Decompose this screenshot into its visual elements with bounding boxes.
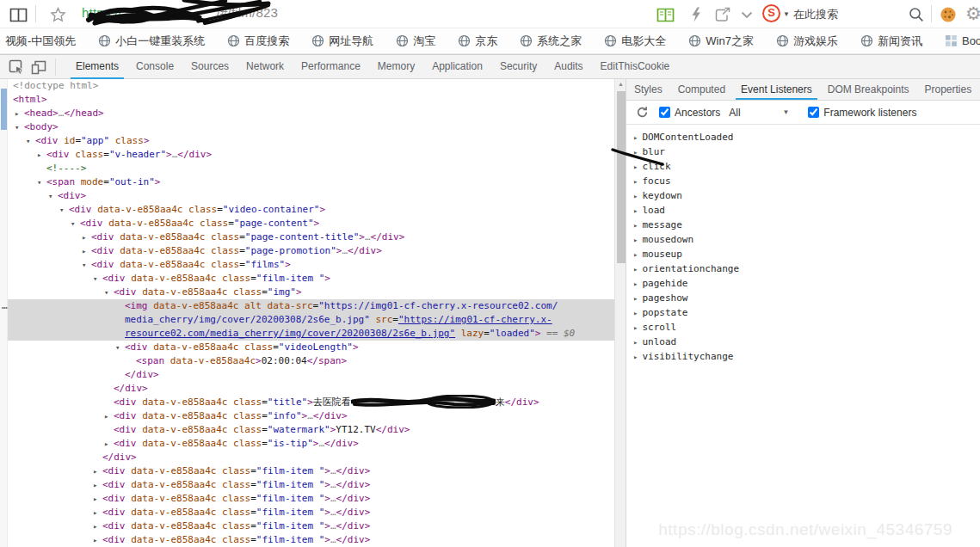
bookmark-item[interactable]: Win7之家: [688, 34, 754, 49]
expand-closed-icon[interactable]: ▸: [633, 206, 638, 215]
expand-closed-icon[interactable]: ▸: [633, 338, 638, 347]
expand-closed-icon[interactable]: ▸: [633, 148, 638, 157]
dom-node-row[interactable]: </div>: [0, 368, 614, 382]
gear-icon[interactable]: ⚙: [965, 3, 980, 24]
expand-closed-icon[interactable]: ▸: [37, 148, 41, 162]
dom-node-row[interactable]: ▸<head>…</head>: [0, 107, 614, 120]
dom-node-selected[interactable]: resource02.com/media_cherry/img/cover/20…: [0, 327, 614, 341]
expand-closed-icon[interactable]: ▸: [93, 464, 97, 478]
expand-closed-icon[interactable]: ▸: [633, 353, 638, 361]
cookie-extension-icon[interactable]: [938, 4, 958, 25]
expand-closed-icon[interactable]: ▸: [93, 519, 97, 533]
expand-closed-icon[interactable]: ▸: [93, 533, 97, 547]
expand-closed-icon[interactable]: ▸: [15, 107, 19, 120]
expand-open-icon[interactable]: ▾: [15, 120, 19, 134]
reader-mode-book-icon[interactable]: [655, 4, 675, 25]
expand-closed-icon[interactable]: ▸: [82, 244, 86, 258]
expand-closed-icon[interactable]: ▸: [633, 236, 638, 244]
devtools-tab-editthiscookie[interactable]: EditThisCookie: [592, 55, 679, 79]
ancestors-checkbox[interactable]: [659, 107, 670, 118]
devtools-tab-network[interactable]: Network: [237, 55, 293, 79]
framework-listeners-checkbox[interactable]: [808, 107, 819, 118]
reading-list-book-icon[interactable]: [8, 4, 28, 25]
favorite-star-icon[interactable]: [47, 4, 68, 25]
dom-node-row[interactable]: ▸<div data-v-e858aa4c class="page-conten…: [0, 230, 614, 244]
dom-node-row[interactable]: ▾<body>: [0, 120, 614, 134]
event-listener-visibilitychange[interactable]: ▸visibilitychange: [626, 349, 980, 364]
dom-node-row[interactable]: ▾<div>: [0, 189, 614, 203]
dom-node-row[interactable]: ▾<div data-v-e858aa4c class="videoLength…: [0, 341, 614, 354]
dom-node-row[interactable]: ▸<div class="v-header">…</div>: [0, 148, 614, 162]
expand-closed-icon[interactable]: ▸: [633, 265, 638, 274]
search-icon[interactable]: [906, 4, 927, 25]
event-listener-pagehide[interactable]: ▸pagehide: [626, 276, 980, 291]
devtools-tab-console[interactable]: Console: [127, 55, 182, 79]
expand-closed-icon[interactable]: ▸: [633, 192, 638, 200]
dom-node-row[interactable]: ▸<div data-v-e858aa4c class="film-item "…: [0, 519, 614, 533]
expand-closed-icon[interactable]: ▸: [633, 323, 638, 332]
node-options-dots-icon[interactable]: …: [2, 299, 9, 313]
bookmark-item[interactable]: 游戏娱乐: [776, 34, 838, 49]
refresh-icon[interactable]: [636, 106, 649, 119]
event-listener-message[interactable]: ▸message: [626, 218, 980, 232]
event-listener-pageshow[interactable]: ▸pageshow: [626, 291, 980, 305]
event-listener-focus[interactable]: ▸focus: [626, 174, 980, 188]
expand-open-icon[interactable]: ▾: [37, 175, 41, 189]
left-scrollbar-thumb[interactable]: [1, 89, 7, 130]
dom-node-row[interactable]: ▾<div data-v-e858aa4c class="img">: [0, 286, 614, 299]
address-bar[interactable]: https:///#/film/823: [82, 5, 278, 20]
dom-node-row[interactable]: ▾<div data-v-e858aa4c class="films">: [0, 258, 614, 272]
dom-node-row[interactable]: ▸<div data-v-e858aa4c class="film-item "…: [0, 506, 614, 519]
expand-open-icon[interactable]: ▾: [104, 286, 108, 299]
dom-node-row[interactable]: </div>: [0, 451, 614, 464]
expand-open-icon[interactable]: ▾: [93, 272, 97, 286]
expand-closed-icon[interactable]: ▸: [633, 309, 638, 317]
bookmark-item[interactable]: 新闻资讯: [860, 34, 922, 49]
event-listener-unload[interactable]: ▸unload: [626, 335, 980, 349]
event-listener-scroll[interactable]: ▸scroll: [626, 320, 980, 335]
expand-open-icon[interactable]: ▾: [71, 217, 75, 230]
event-listener-click[interactable]: ▸click: [626, 159, 980, 174]
bookmark-item[interactable]: 网址导航: [311, 34, 373, 49]
dom-node-selected[interactable]: …<img data-v-e858aa4c alt data-src="http…: [0, 299, 614, 313]
search-engine-caret-icon[interactable]: ▼: [783, 10, 790, 18]
expand-closed-icon[interactable]: ▸: [104, 409, 108, 423]
expand-closed-icon[interactable]: ▸: [633, 163, 638, 171]
expand-closed-icon[interactable]: ▸: [93, 492, 97, 506]
dom-node-row[interactable]: <html>: [0, 93, 614, 107]
event-listener-keydown[interactable]: ▸keydown: [626, 188, 980, 203]
devtools-tab-security[interactable]: Security: [491, 55, 545, 79]
bookmark-item[interactable]: 电影大全: [604, 34, 666, 49]
expand-closed-icon[interactable]: ▸: [82, 230, 86, 244]
event-listener-mousedown[interactable]: ▸mousedown: [626, 232, 980, 247]
dom-node-row[interactable]: ▾<span mode="out-in">: [0, 175, 614, 189]
expand-closed-icon[interactable]: ▸: [93, 478, 97, 492]
bookmark-item[interactable]: 京东: [458, 34, 497, 49]
devtools-tab-memory[interactable]: Memory: [369, 55, 423, 79]
dom-node-row[interactable]: ▾<div id="app" class>: [0, 134, 614, 148]
inspect-element-icon[interactable]: [7, 58, 26, 76]
dom-node-row[interactable]: ▸<div data-v-e858aa4c class="page-promot…: [0, 244, 614, 258]
expand-closed-icon[interactable]: ▸: [633, 133, 638, 142]
dom-node-row[interactable]: ▸<div data-v-e858aa4c class="film-item "…: [0, 492, 614, 506]
dom-node-row[interactable]: ▾<div data-v-e858aa4c class="page-conten…: [0, 217, 614, 230]
sogou-search-engine-icon[interactable]: S: [762, 4, 780, 22]
bookmark-item[interactable]: 视频-中国领先: [0, 34, 76, 49]
bookmark-item[interactable]: Bootstrap可视化: [945, 34, 980, 49]
dom-node-selected[interactable]: media_cherry/img/cover/20200308/2s6e_b.j…: [0, 313, 614, 327]
share-icon[interactable]: [712, 4, 733, 25]
left-scrollbar[interactable]: [0, 79, 8, 547]
device-toolbar-icon[interactable]: [29, 58, 48, 76]
dom-node-row[interactable]: <span data-v-e858aa4c>02:00:04</span>: [0, 354, 614, 368]
dom-node-row[interactable]: ▸<div data-v-e858aa4c class="film-item "…: [0, 478, 614, 492]
event-listener-mouseup[interactable]: ▸mouseup: [626, 247, 980, 261]
sidebar-tab-event-listeners[interactable]: Event Listeners: [733, 79, 820, 100]
elements-scrollbar[interactable]: ▲: [614, 79, 626, 547]
sidebar-tab-styles[interactable]: Styles: [626, 79, 670, 100]
event-listener-popstate[interactable]: ▸popstate: [626, 305, 980, 320]
expand-open-icon[interactable]: ▾: [26, 134, 30, 148]
devtools-tab-audits[interactable]: Audits: [545, 55, 591, 79]
devtools-tab-performance[interactable]: Performance: [293, 55, 369, 79]
expand-open-icon[interactable]: ▾: [115, 341, 120, 354]
dom-node-row[interactable]: <!---->: [0, 162, 614, 175]
